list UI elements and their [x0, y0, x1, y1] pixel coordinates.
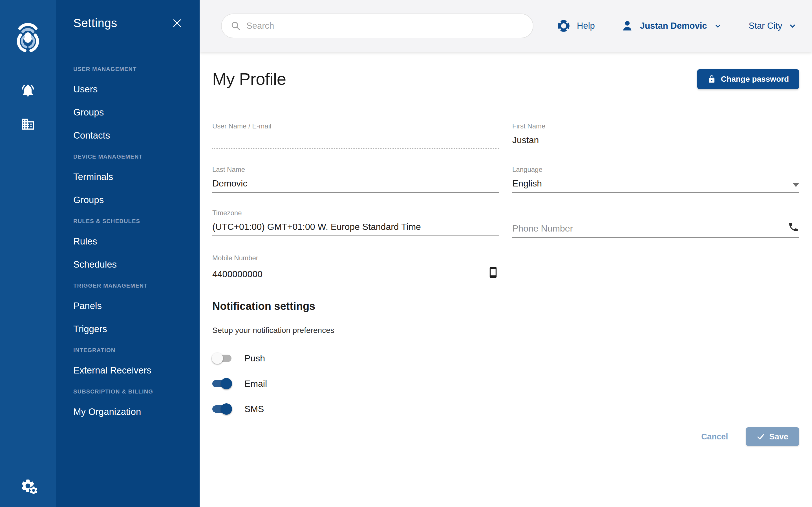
email-toggle[interactable]: [212, 380, 232, 388]
empty-grid-cell: [512, 254, 799, 300]
profile-form: User Name / E-mail First Name Justan Las…: [212, 122, 799, 300]
section-subscription-billing: SUBSCRIPTION & BILLING: [73, 388, 200, 395]
organization-name: Star City: [749, 21, 782, 31]
field-timezone: Timezone (UTC+01:00) GMT+01:00 W. Europe…: [212, 209, 499, 238]
last-name-label: Last Name: [212, 166, 499, 175]
sms-toggle[interactable]: [212, 405, 232, 413]
field-last-name: Last Name Demovic: [212, 166, 499, 193]
sidebar-nav: USER MANAGEMENT Users Groups Contacts DE…: [56, 66, 200, 417]
help-button[interactable]: Help: [557, 19, 595, 33]
chevron-down-icon: [713, 21, 722, 31]
push-toggle-label: Push: [245, 353, 265, 363]
save-button[interactable]: Save: [746, 427, 799, 446]
smartphone-icon: [487, 267, 499, 278]
cancel-button[interactable]: Cancel: [701, 432, 728, 441]
sidebar-item-rules[interactable]: Rules: [73, 236, 200, 246]
section-user-management: USER MANAGEMENT: [73, 66, 200, 72]
phone-icon: [788, 221, 799, 233]
notification-settings-title: Notification settings: [212, 300, 799, 313]
sidebar-item-panels[interactable]: Panels: [73, 301, 200, 311]
lifebuoy-icon: [557, 19, 571, 33]
app-logo-icon[interactable]: [11, 18, 44, 55]
section-device-management: DEVICE MANAGEMENT: [73, 154, 200, 160]
language-select[interactable]: English: [512, 175, 799, 193]
phone-label-spacer: [512, 209, 799, 218]
field-first-name: First Name Justan: [512, 122, 799, 149]
sidebar-item-my-organization[interactable]: My Organization: [73, 407, 200, 417]
sidebar-item-terminals[interactable]: Terminals: [73, 172, 200, 182]
mobile-label: Mobile Number: [212, 254, 499, 263]
page-title: My Profile: [212, 69, 286, 89]
alarms-bell-icon[interactable]: [20, 82, 36, 99]
push-toggle[interactable]: [212, 354, 232, 362]
toggle-row-email: Email: [212, 377, 799, 391]
sidebar-title: Settings: [73, 16, 117, 30]
toggle-row-sms: SMS: [212, 402, 799, 416]
language-label: Language: [512, 166, 799, 175]
toggle-row-push: Push: [212, 351, 799, 365]
first-name-input[interactable]: Justan: [512, 131, 799, 149]
organization-building-icon[interactable]: [20, 116, 36, 132]
organization-chevron-down-icon[interactable]: [788, 21, 797, 31]
username-label: User Name / E-mail: [212, 122, 499, 131]
timezone-label: Timezone: [212, 209, 499, 218]
field-language: Language English: [512, 166, 799, 193]
phone-input[interactable]: Phone Number: [512, 218, 799, 238]
icon-rail: [0, 0, 56, 507]
email-toggle-label: Email: [245, 379, 267, 389]
settings-gears-icon[interactable]: [20, 478, 36, 494]
notification-toggles: Push Email SMS: [212, 351, 799, 416]
first-name-label: First Name: [512, 122, 799, 131]
sidebar-item-schedules[interactable]: Schedules: [73, 260, 200, 270]
field-mobile: Mobile Number 4400000000: [212, 254, 499, 283]
search-bar[interactable]: [221, 13, 534, 38]
settings-sidebar: Settings USER MANAGEMENT Users Groups Co…: [56, 0, 200, 507]
form-actions: Cancel Save: [212, 427, 799, 446]
field-username: User Name / E-mail: [212, 122, 499, 149]
mobile-input[interactable]: 4400000000: [212, 263, 499, 283]
sidebar-item-users[interactable]: Users: [73, 84, 200, 94]
sidebar-item-triggers[interactable]: Triggers: [73, 324, 200, 334]
checkmark-icon: [757, 433, 765, 441]
sidebar-item-groups[interactable]: Groups: [73, 107, 200, 117]
notification-settings-subtitle: Setup your notification preferences: [212, 326, 799, 335]
person-icon: [621, 19, 634, 33]
user-name: Justan Demovic: [640, 21, 707, 31]
sms-toggle-label: SMS: [245, 404, 264, 414]
sidebar-item-external-receivers[interactable]: External Receivers: [73, 365, 200, 376]
change-password-button[interactable]: Change password: [697, 69, 799, 89]
section-rules-schedules: RULES & SCHEDULES: [73, 218, 200, 224]
section-integration: INTEGRATION: [73, 347, 200, 353]
lock-icon: [707, 75, 716, 83]
close-icon[interactable]: [171, 17, 183, 29]
last-name-input[interactable]: Demovic: [212, 175, 499, 193]
username-input: [212, 131, 499, 149]
search-icon: [231, 21, 241, 31]
sidebar-item-device-groups[interactable]: Groups: [73, 195, 200, 205]
sidebar-item-contacts[interactable]: Contacts: [73, 130, 200, 140]
topbar: Help Justan Demovic Star City: [200, 0, 812, 52]
help-label: Help: [577, 21, 595, 31]
dropdown-caret-icon[interactable]: [793, 183, 799, 187]
section-trigger-management: TRIGGER MANAGEMENT: [73, 283, 200, 289]
timezone-input[interactable]: (UTC+01:00) GMT+01:00 W. Europe Standard…: [212, 218, 499, 236]
profile-page: My Profile Change password User Name / E…: [200, 52, 812, 507]
field-phone: Phone Number: [512, 209, 799, 238]
user-menu[interactable]: Justan Demovic: [621, 19, 722, 33]
search-input[interactable]: [246, 21, 524, 31]
organization-selector[interactable]: Star City: [749, 21, 782, 31]
